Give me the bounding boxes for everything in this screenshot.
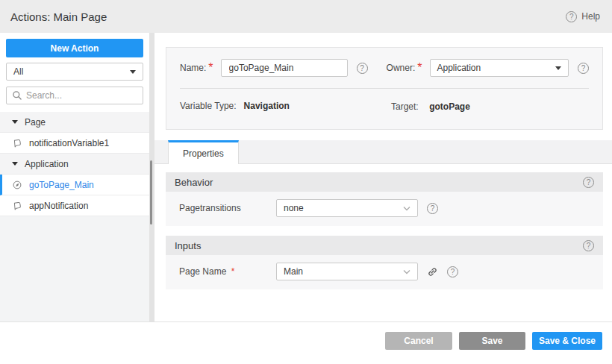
tree-group-application[interactable]: Application	[0, 154, 149, 175]
sidebar: New Action All Page notificationVariable…	[0, 33, 149, 321]
app-header: Actions: Main Page ? Help	[0, 0, 612, 33]
search-input[interactable]	[26, 90, 142, 101]
expand-caret-icon[interactable]	[12, 162, 18, 166]
pagetransitions-label: Pagetransitions	[179, 203, 276, 213]
pagetransitions-dropdown[interactable]: none	[276, 199, 418, 217]
save-and-close-button[interactable]: Save & Close	[532, 332, 602, 350]
inputs-section-body: Page Name * Main	[166, 255, 603, 289]
inputs-section-header: Inputs ?	[166, 236, 603, 255]
pagetransitions-value: none	[284, 203, 304, 213]
tab-label: Properties	[183, 148, 224, 159]
required-marker: *	[208, 61, 213, 75]
tab-properties[interactable]: Properties	[168, 140, 239, 164]
tree-item-label: goToPage_Main	[29, 180, 94, 190]
tree-item-label: notificationVariable1	[29, 138, 109, 148]
page-name-dropdown[interactable]: Main	[276, 263, 418, 280]
tree-group-page[interactable]: Page	[0, 112, 149, 133]
navigation-icon	[12, 180, 22, 190]
inputs-section: Inputs ? Page Name * Main	[166, 236, 603, 289]
action-tree: Page notificationVariable1 Application g…	[0, 112, 149, 216]
sidebar-empty-area	[0, 216, 149, 321]
expand-caret-icon[interactable]	[12, 120, 18, 124]
help-label: Help	[581, 11, 600, 22]
main-panel: Name: * ? Owner: * Application ? Variabl…	[154, 33, 612, 321]
page-name-help-icon[interactable]: ?	[447, 266, 458, 277]
tab-bar: Properties	[154, 140, 612, 164]
page-name-label: Page Name *	[179, 266, 276, 277]
behavior-section: Behavior ? Pagetransitions none ?	[166, 172, 603, 226]
action-summary-form: Name: * ? Owner: * Application ? Variabl…	[166, 47, 603, 130]
chevron-down-icon	[403, 206, 410, 211]
page-title: Actions: Main Page	[10, 10, 107, 23]
search-box	[6, 87, 143, 104]
panel-divider	[149, 33, 154, 321]
behavior-section-body: Pagetransitions none ?	[166, 192, 603, 226]
tree-item-gotopage-main[interactable]: goToPage_Main	[0, 175, 149, 195]
sidebar-scrollbar[interactable]	[150, 160, 152, 225]
help-icon: ?	[566, 11, 577, 22]
tree-group-label: Application	[25, 159, 69, 169]
notification-icon	[12, 138, 22, 148]
inputs-help-icon[interactable]: ?	[583, 240, 594, 251]
caret-down-icon	[555, 66, 561, 70]
filter-select-value: All	[13, 66, 23, 77]
chevron-down-icon	[403, 269, 410, 274]
new-action-button[interactable]: New Action	[6, 39, 143, 57]
tree-item-label: appNotification	[29, 201, 88, 211]
page-name-label-text: Page Name	[179, 266, 226, 277]
required-marker: *	[231, 266, 235, 277]
search-icon	[12, 90, 22, 101]
behavior-section-title: Behavior	[175, 177, 213, 188]
caret-down-icon	[130, 70, 136, 74]
owner-select-value: Application	[437, 63, 481, 73]
pagetransitions-help-icon[interactable]: ?	[427, 203, 438, 214]
footer-bar: Cancel Save Save & Close	[0, 321, 612, 364]
behavior-section-header: Behavior ?	[166, 172, 603, 192]
tree-group-label: Page	[25, 117, 46, 128]
filter-select[interactable]: All	[6, 63, 143, 81]
owner-label: Owner:	[387, 63, 416, 73]
link-binding-button[interactable]	[427, 266, 438, 277]
tree-item-appnotification[interactable]: appNotification	[0, 195, 149, 216]
target-value: gotoPage	[429, 101, 470, 112]
name-input[interactable]	[221, 59, 348, 77]
behavior-help-icon[interactable]: ?	[583, 177, 594, 188]
content-area: New Action All Page notificationVariable…	[0, 33, 612, 321]
inputs-section-title: Inputs	[175, 240, 201, 251]
target-label: Target:	[391, 101, 419, 112]
required-marker: *	[417, 61, 422, 75]
owner-select[interactable]: Application	[430, 59, 569, 77]
link-icon	[427, 266, 438, 277]
tree-item-notificationvariable1[interactable]: notificationVariable1	[0, 133, 149, 154]
variable-type-value: Navigation	[244, 101, 290, 111]
help-button[interactable]: ? Help	[566, 11, 600, 22]
save-button[interactable]: Save	[459, 332, 525, 350]
name-help-icon[interactable]: ?	[357, 63, 368, 74]
owner-help-icon[interactable]: ?	[578, 63, 589, 74]
name-label: Name:	[180, 63, 206, 73]
page-name-value: Main	[284, 266, 303, 277]
notification-icon	[12, 201, 22, 211]
cancel-button[interactable]: Cancel	[385, 332, 452, 350]
variable-type-label: Variable Type:	[180, 101, 237, 111]
